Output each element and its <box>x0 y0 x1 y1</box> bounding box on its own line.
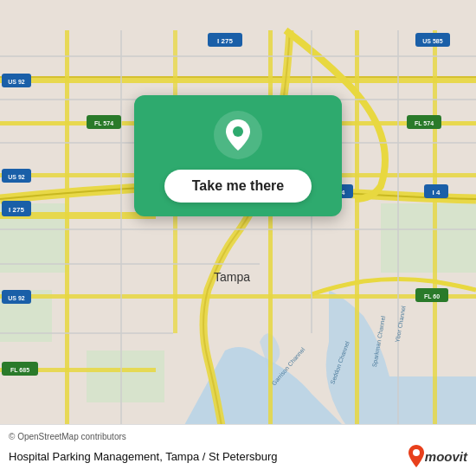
bottom-bar: © OpenStreetMap contributors Hospital Pa… <box>0 424 476 476</box>
svg-rect-5 <box>0 78 476 83</box>
svg-text:FL 685: FL 685 <box>10 367 29 373</box>
map-background: I 275 US 92 US 92 US 92 FL 574 FL 574 FL… <box>0 0 476 476</box>
svg-rect-12 <box>65 30 69 446</box>
location-info: Hospital Parking Management, Tampa / St … <box>9 445 467 467</box>
svg-point-61 <box>413 449 420 456</box>
map-container: I 275 US 92 US 92 US 92 FL 574 FL 574 FL… <box>0 0 476 476</box>
moovit-pin-icon <box>408 445 425 467</box>
svg-text:I 275: I 275 <box>9 206 24 214</box>
svg-rect-4 <box>381 203 476 273</box>
svg-text:FL 60: FL 60 <box>424 293 440 299</box>
svg-text:US 92: US 92 <box>8 174 25 180</box>
moovit-label: moovit <box>425 449 467 464</box>
svg-rect-16 <box>433 30 437 446</box>
card-overlay: Take me there <box>134 95 342 216</box>
svg-text:FL 574: FL 574 <box>94 120 113 126</box>
attribution: © OpenStreetMap contributors <box>9 432 467 441</box>
svg-rect-6 <box>0 76 476 78</box>
svg-text:I 4: I 4 <box>433 189 441 196</box>
svg-rect-10 <box>0 294 476 299</box>
svg-text:US 92: US 92 <box>8 79 25 85</box>
svg-text:US 92: US 92 <box>8 295 25 301</box>
svg-text:FL 574: FL 574 <box>415 120 434 126</box>
svg-text:US 585: US 585 <box>422 38 442 44</box>
moovit-logo: moovit <box>408 445 467 467</box>
take-me-there-button[interactable]: Take me there <box>164 170 312 203</box>
svg-point-60 <box>233 126 243 137</box>
svg-text:I 275: I 275 <box>217 37 233 45</box>
location-pin-icon <box>214 111 262 159</box>
svg-rect-3 <box>87 351 164 402</box>
svg-text:Tampa: Tampa <box>214 270 250 284</box>
location-text: Hospital Parking Management, Tampa / St … <box>9 450 402 463</box>
